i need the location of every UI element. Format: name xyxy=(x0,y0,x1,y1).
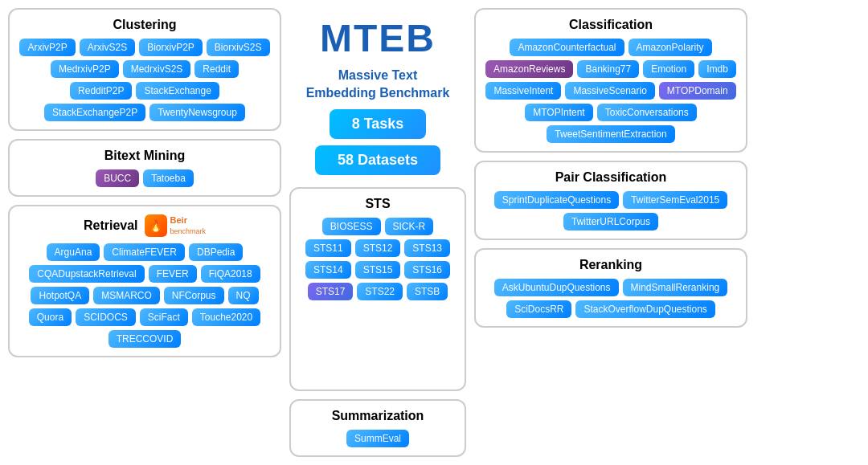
tag-stackexchange: StackExchange xyxy=(136,82,219,100)
mteb-subtitle: Massive Text Embedding Benchmark xyxy=(306,67,450,103)
bitext-tags: BUCC Tatoeba xyxy=(19,169,270,187)
classification-title: Classification xyxy=(485,18,736,32)
tag-toxicconversations: ToxicConversations xyxy=(597,104,697,121)
tag-quora: Quora xyxy=(29,308,72,326)
tag-twitterurlcorpus: TwitterURLCorpus xyxy=(563,213,658,230)
summarization-section: Summarization SummEval xyxy=(289,399,466,457)
summarization-tags: SummEval xyxy=(301,430,455,447)
sts-section: STS BIOSESS SICK-R STS11 STS12 STS13 STS… xyxy=(289,187,466,391)
tag-sts16: STS16 xyxy=(404,261,450,279)
pair-classification-tags: SprintDuplicateQuestions TwitterSemEval2… xyxy=(485,191,736,230)
tag-climatefever: ClimateFEVER xyxy=(104,243,185,261)
retrieval-header: Retrieval 🔥 Beirbenchmark xyxy=(19,214,270,237)
tag-summeval: SummEval xyxy=(346,430,409,447)
left-column: Clustering ArxivP2P ArxivS2S BiorxivP2P … xyxy=(8,8,281,457)
tag-askubuntu: AskUbuntuDupQuestions xyxy=(494,279,619,296)
tag-massivescenario: MassiveScenario xyxy=(565,82,654,100)
tag-sick-r: SICK-R xyxy=(385,218,434,235)
tag-sprintduplicate: SprintDuplicateQuestions xyxy=(494,191,619,209)
tag-twentynewsgroup: TwentyNewsgroup xyxy=(149,104,245,121)
beir-text: Beirbenchmark xyxy=(170,215,207,236)
tag-scifact: SciFact xyxy=(140,308,188,326)
sts-tags: BIOSESS SICK-R STS11 STS12 STS13 STS14 S… xyxy=(301,218,455,300)
retrieval-title: Retrieval xyxy=(84,218,138,233)
tag-mindsmall: MindSmallReranking xyxy=(623,279,728,296)
tag-emotion: Emotion xyxy=(643,60,694,78)
tag-msmarco: MSMARCO xyxy=(93,287,160,304)
tag-fiqa2018: FiQA2018 xyxy=(201,265,260,283)
tag-redditp2p: RedditP2P xyxy=(70,82,132,100)
tag-dbpedia: DBPedia xyxy=(189,243,243,261)
tag-sts11: STS11 xyxy=(305,239,351,257)
datasets-badge: 58 Datasets xyxy=(315,145,440,175)
tag-treccovid: TRECCOVID xyxy=(108,330,182,348)
tag-stackoverflow: StackOverflowDupQuestions xyxy=(575,300,714,318)
tag-sts17: STS17 xyxy=(308,283,354,300)
tag-biorxivp2p: BiorxivP2P xyxy=(139,39,203,56)
main-layout: Clustering ArxivP2P ArxivS2S BiorxivP2P … xyxy=(8,8,860,457)
classification-section: Classification AmazonCounterfactual Amaz… xyxy=(474,8,747,153)
bitext-title: Bitext Mining xyxy=(19,149,270,163)
tag-twittersemeval: TwitterSemEval2015 xyxy=(623,191,727,209)
pair-classification-section: Pair Classification SprintDuplicateQuest… xyxy=(474,161,747,240)
tag-imdb: Imdb xyxy=(698,60,736,78)
tag-medrxivs2s: MedrxivS2S xyxy=(123,60,191,78)
middle-column: MTEB Massive Text Embedding Benchmark 8 … xyxy=(289,8,466,457)
reranking-section: Reranking AskUbuntuDupQuestions MindSmal… xyxy=(474,248,747,328)
tag-stackexchangep2p: StackExchangeP2P xyxy=(44,104,145,121)
tag-arxivp2p: ArxivP2P xyxy=(19,39,75,56)
right-column: Classification AmazonCounterfactual Amaz… xyxy=(474,8,747,457)
tag-scidocs: SCIDOCS xyxy=(76,308,136,326)
tag-arxivs2s: ArxivS2S xyxy=(80,39,135,56)
classification-tags: AmazonCounterfactual AmazonPolarity Amaz… xyxy=(485,39,736,143)
sts-title: STS xyxy=(301,197,455,211)
tag-cqadupstack: CQADupstackRetrieval xyxy=(29,265,144,283)
tag-banking77: Banking77 xyxy=(577,60,639,78)
tag-mtopintent: MTOPIntent xyxy=(525,104,592,121)
tag-sts22: STS22 xyxy=(357,283,403,300)
reranking-tags: AskUbuntuDupQuestions MindSmallReranking… xyxy=(485,279,736,318)
retrieval-section: Retrieval 🔥 Beirbenchmark ArguAna Climat… xyxy=(8,205,281,357)
mteb-title: MTEB xyxy=(320,16,436,60)
tag-amazonpolarity: AmazonPolarity xyxy=(628,39,712,56)
beir-icon: 🔥 xyxy=(145,214,167,237)
tag-hotpotqa: HotpotQA xyxy=(31,287,89,304)
tag-biorxivs2s: BiorxivS2S xyxy=(207,39,270,56)
tag-massiveintent: MassiveIntent xyxy=(485,82,561,100)
tag-biosess: BIOSESS xyxy=(322,218,381,235)
clustering-section: Clustering ArxivP2P ArxivS2S BiorxivP2P … xyxy=(8,8,281,131)
center-section: MTEB Massive Text Embedding Benchmark 8 … xyxy=(289,8,466,179)
tasks-badge: 8 Tasks xyxy=(330,109,427,139)
tag-sts14: STS14 xyxy=(305,261,351,279)
tag-fever: FEVER xyxy=(149,265,197,283)
tag-sts12: STS12 xyxy=(355,239,401,257)
beir-logo: 🔥 Beirbenchmark xyxy=(145,214,207,237)
tag-amazonreviews: AmazonReviews xyxy=(485,60,573,78)
tag-amazoncounterfactual: AmazonCounterfactual xyxy=(510,39,624,56)
retrieval-tags: ArguAna ClimateFEVER DBPedia CQADupstack… xyxy=(19,243,270,348)
reranking-title: Reranking xyxy=(485,258,736,272)
tag-sts15: STS15 xyxy=(355,261,401,279)
summarization-title: Summarization xyxy=(301,409,455,423)
tag-bucc: BUCC xyxy=(96,169,139,187)
tag-touche2020: Touche2020 xyxy=(192,308,260,326)
pair-classification-title: Pair Classification xyxy=(485,170,736,185)
clustering-tags: ArxivP2P ArxivS2S BiorxivP2P BiorxivS2S … xyxy=(19,39,270,121)
bitext-section: Bitext Mining BUCC Tatoeba xyxy=(8,139,281,197)
clustering-title: Clustering xyxy=(19,18,270,32)
tag-sts13: STS13 xyxy=(404,239,450,257)
tag-nfcorpus: NFCorpus xyxy=(164,287,224,304)
tag-medrxivp2p: MedrxivP2P xyxy=(51,60,119,78)
tag-tatoeba: Tatoeba xyxy=(143,169,194,187)
tag-arguana: ArguAna xyxy=(47,243,100,261)
tag-mtopdomain: MTOPDomain xyxy=(659,82,736,100)
tag-scidocsrr: SciDocsRR xyxy=(506,300,571,318)
tag-stsb: STSB xyxy=(407,283,448,300)
tag-tweetsentimentextraction: TweetSentimentExtraction xyxy=(547,125,674,143)
tag-nq: NQ xyxy=(228,287,259,304)
tag-reddit: Reddit xyxy=(194,60,239,78)
